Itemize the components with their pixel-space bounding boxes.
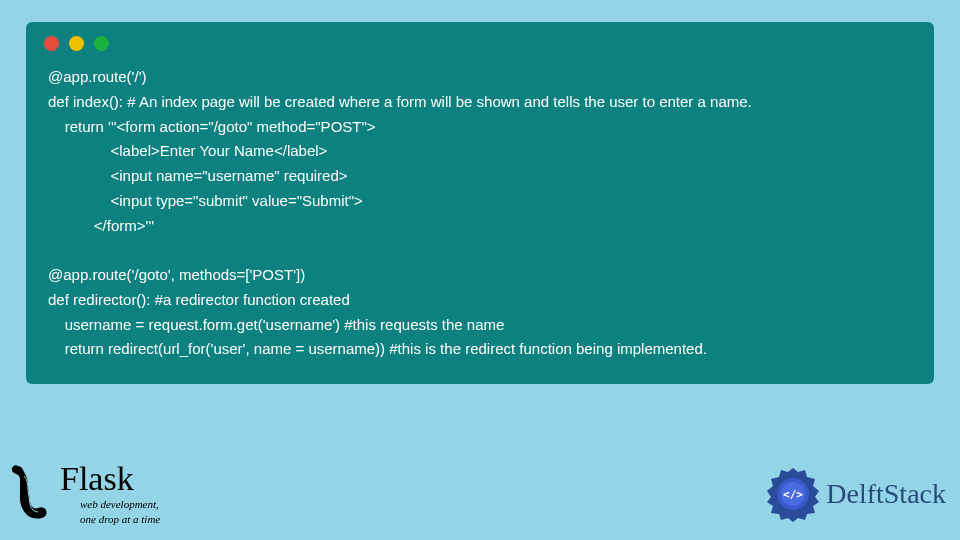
code-line: def redirector(): #a redirector function… [48, 291, 350, 308]
delftstack-gear-icon: </> [764, 465, 822, 523]
code-line: @app.route('/') [48, 68, 147, 85]
window-controls [26, 22, 934, 59]
flask-logo: Flask web development, one drop at a tim… [8, 462, 160, 526]
flask-text: Flask web development, one drop at a tim… [60, 462, 160, 525]
code-line: def index(): # An index page will be cre… [48, 93, 752, 110]
code-line: return '''<form action="/goto" method="P… [48, 118, 376, 135]
maximize-dot-icon [94, 36, 109, 51]
flask-subtitle-2: one drop at a time [80, 513, 160, 526]
code-line: </form>''' [48, 217, 154, 234]
code-line: @app.route('/goto', methods=['POST']) [48, 266, 305, 283]
delftstack-title: DelftStack [826, 478, 946, 510]
code-content: @app.route('/') def index(): # An index … [26, 59, 934, 368]
code-line: <label>Enter Your Name</label> [48, 142, 327, 159]
close-dot-icon [44, 36, 59, 51]
svg-text:</>: </> [783, 488, 803, 501]
flask-horn-icon [8, 462, 54, 526]
code-line: username = request.form.get('username') … [48, 316, 504, 333]
flask-subtitle-1: web development, [80, 498, 160, 511]
code-line: <input type="submit" value="Submit"> [48, 192, 363, 209]
flask-title: Flask [60, 462, 160, 496]
code-window: @app.route('/') def index(): # An index … [26, 22, 934, 384]
code-line: <input name="username" required> [48, 167, 348, 184]
code-line: return redirect(url_for('user', name = u… [48, 340, 707, 357]
minimize-dot-icon [69, 36, 84, 51]
delftstack-logo: </> DelftStack [764, 465, 946, 523]
logo-bar: Flask web development, one drop at a tim… [0, 462, 960, 526]
